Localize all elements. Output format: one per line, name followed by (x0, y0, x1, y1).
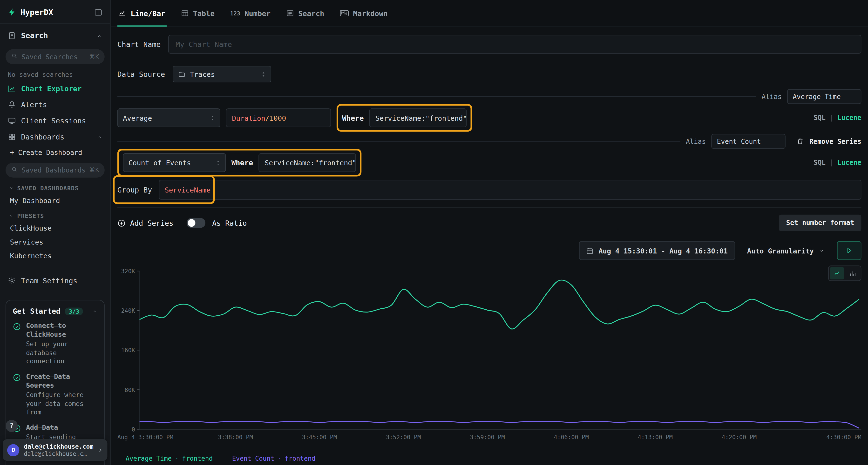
search-section-header[interactable]: Search (0, 23, 110, 47)
series2-where-input[interactable]: ServiceName:"frontend" (259, 153, 356, 172)
saved-dashboards-placeholder: Saved Dashboards (22, 166, 85, 174)
help-button[interactable]: ? (5, 420, 18, 432)
data-source-select[interactable]: Traces (173, 66, 272, 82)
group-by-label: Group By (117, 186, 152, 194)
sidebar-item-label: Chart Explorer (21, 85, 82, 93)
keyboard-shortcut-badge: ⌘K (89, 53, 99, 60)
lucene-option[interactable]: Lucene (837, 159, 862, 166)
set-number-format-button[interactable]: Set number format (779, 215, 862, 231)
sidebar-item-team-settings[interactable]: Team Settings (0, 273, 110, 289)
get-started-item-sources[interactable]: Create Data Sources Configure where your… (13, 372, 97, 417)
tab-search[interactable]: Search (285, 0, 326, 27)
monitor-icon (8, 117, 16, 125)
tab-bar: Line/Bar Table 123 Number Search (111, 0, 868, 27)
table-icon (181, 9, 189, 17)
sidebar-item-services[interactable]: Services (0, 235, 110, 249)
create-dashboard-button[interactable]: + Create Dashboard (0, 145, 110, 161)
divider (117, 96, 756, 97)
presets-group-header[interactable]: PRESETS (0, 207, 110, 221)
series2-aggregation-select[interactable]: Count of Events (123, 153, 226, 172)
chart-explorer-icon (8, 85, 16, 93)
add-series-button[interactable]: Add Series (117, 217, 174, 229)
saved-searches-input[interactable]: Saved Searches ⌘K (5, 49, 105, 64)
chevron-down-icon (9, 187, 14, 190)
granularity-select[interactable]: Auto Granularity (742, 241, 830, 260)
chevron-up-icon[interactable] (92, 309, 97, 313)
sidebar-item-dashboards[interactable]: Dashboards (0, 129, 110, 145)
query-language-toggle[interactable]: SQL | Lucene (813, 114, 861, 122)
avatar: D (7, 444, 20, 456)
sidebar-item-label: Dashboards (21, 133, 64, 141)
tab-markdown[interactable]: Markdown (339, 0, 389, 27)
legend-dash-icon: — (118, 455, 122, 462)
remove-series-button[interactable]: Remove Series (809, 138, 862, 145)
query-language-toggle[interactable]: SQL | Lucene (813, 159, 861, 166)
legend-item-average-time[interactable]: — Average Time · frontend (118, 455, 213, 462)
trash-icon[interactable] (797, 138, 804, 145)
chart-name-input[interactable] (168, 35, 862, 54)
create-dashboard-label: Create Dashboard (18, 148, 82, 156)
sql-option[interactable]: SQL (813, 159, 826, 166)
aggregation-value: Average (123, 114, 152, 122)
search-icon (11, 166, 18, 174)
series1-alias-input[interactable] (787, 89, 862, 104)
chart-area: 080K160K240K320KAug 4 3:30:00 PM3:38:00 … (117, 266, 862, 462)
tab-line-bar[interactable]: Line/Bar (117, 0, 166, 27)
tab-number[interactable]: 123 Number (229, 0, 272, 27)
user-email: dale@clickhouse.com (24, 443, 93, 450)
series-actions-row: Add Series As Ratio Set number format (117, 215, 862, 231)
search-icon (11, 53, 18, 61)
user-org: dale@clickhouse.com's (24, 450, 88, 457)
data-source-value: Traces (190, 70, 215, 78)
divider (117, 141, 680, 141)
chevron-up-icon (96, 31, 102, 40)
sidebar-item-kubernetes[interactable]: Kubernetes (0, 249, 110, 263)
series1-aggregation-select[interactable]: Average (117, 108, 220, 127)
line-chart-icon (833, 270, 840, 277)
sidebar-item-chart-explorer[interactable]: Chart Explorer (0, 81, 110, 97)
sql-option[interactable]: SQL (813, 114, 826, 122)
hyperdx-logo-icon (8, 8, 17, 16)
sidebar-item-my-dashboard[interactable]: My Dashboard (0, 194, 110, 207)
sidebar-item-clickhouse[interactable]: ClickHouse (0, 221, 110, 235)
bar-chart-type-button[interactable] (845, 267, 860, 279)
brand-name: HyperDX (21, 8, 53, 16)
granularity-value: Auto Granularity (747, 246, 813, 255)
sidebar-item-client-sessions[interactable]: Client Sessions (0, 113, 110, 129)
lucene-option[interactable]: Lucene (837, 114, 862, 122)
get-started-item-connect[interactable]: Connect to ClickHouse Set up your databa… (13, 322, 97, 366)
saved-dashboards-group-header[interactable]: SAVED DASHBOARDS (0, 180, 110, 194)
run-query-button[interactable] (837, 241, 861, 260)
saved-dashboards-input[interactable]: Saved Dashboards ⌘K (5, 163, 105, 177)
collapse-sidebar-icon[interactable] (94, 8, 102, 16)
annotation-highlight-series1-where: Where ServiceName:"frontend" (337, 104, 472, 132)
keyboard-shortcut-badge: ⌘K (89, 166, 99, 174)
legend-item-event-count[interactable]: — Event Count · frontend (225, 455, 315, 462)
svg-text:4:30:00 PM: 4:30:00 PM (826, 434, 861, 441)
group-by-input[interactable]: ServiceName (159, 180, 861, 200)
series2-row: Count of Events Where ServiceName:"front… (117, 153, 862, 172)
tab-table[interactable]: Table (180, 0, 216, 27)
annotation-highlight-series2: Count of Events Where ServiceName:"front… (117, 149, 362, 176)
where-label: Where (342, 114, 364, 122)
series2-alias-input[interactable] (711, 134, 785, 149)
get-started-progress-badge: 3/3 (65, 307, 83, 315)
as-ratio-toggle[interactable] (187, 218, 206, 228)
line-chart-icon (118, 9, 126, 17)
check-circle-icon (13, 323, 21, 331)
sidebar-item-label: Client Sessions (21, 117, 86, 125)
user-menu[interactable]: D dale@clickhouse.com dale@clickhouse.co… (3, 439, 107, 461)
chart-name-label: Chart Name (117, 40, 161, 48)
date-range-input[interactable]: Aug 4 15:30:01 - Aug 4 16:30:01 (579, 241, 735, 260)
series1-where-input[interactable]: ServiceName:"frontend" (369, 108, 467, 127)
brand[interactable]: HyperDX (8, 8, 53, 16)
series1-field-input[interactable]: Duration/1000 (226, 108, 331, 127)
line-chart-type-button[interactable] (830, 267, 844, 279)
saved-searches-placeholder: Saved Searches (22, 53, 85, 61)
tab-label: Number (245, 9, 271, 18)
app-root: HyperDX Search Saved Searches ⌘K (0, 0, 868, 465)
series1-alias-row: Alias (117, 89, 862, 104)
svg-text:80K: 80K (125, 387, 135, 393)
alias-label: Alias (762, 93, 782, 100)
sidebar-item-alerts[interactable]: Alerts (0, 97, 110, 113)
